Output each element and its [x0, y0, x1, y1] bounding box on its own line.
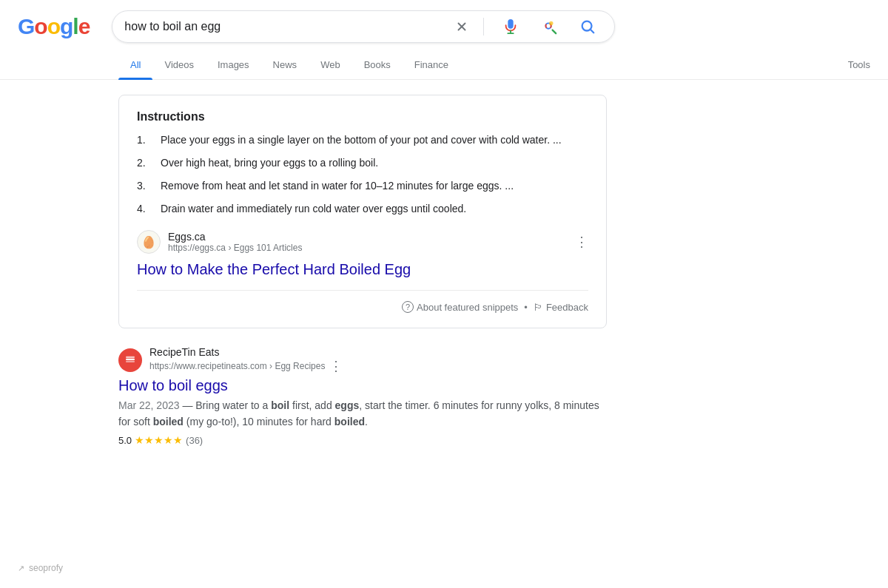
- tab-news[interactable]: News: [261, 50, 309, 79]
- search-icons: [452, 12, 602, 41]
- tab-videos[interactable]: Videos: [152, 50, 206, 79]
- bold-boiled-2: boiled: [334, 416, 365, 428]
- bold-boil: boil: [271, 399, 289, 411]
- list-item: 4. Drain water and immediately run cold …: [137, 201, 588, 217]
- logo-e: e: [78, 14, 90, 39]
- rating-number: 5.0: [118, 435, 132, 446]
- result-date: Mar 22, 2023: [118, 399, 180, 411]
- logo-o2: o: [47, 14, 60, 39]
- tab-all[interactable]: All: [118, 50, 152, 79]
- header: G o o g l e: [0, 0, 888, 50]
- lens-button[interactable]: [534, 12, 564, 41]
- footer-dot: •: [524, 302, 528, 313]
- about-featured-snippets-button[interactable]: ? About featured snippets: [402, 301, 518, 313]
- tab-web[interactable]: Web: [309, 50, 352, 79]
- lens-icon: [541, 18, 557, 35]
- site-url: https://eggs.ca › Eggs 101 Articles: [168, 243, 302, 253]
- svg-rect-11: [126, 359, 135, 360]
- options-button[interactable]: ⋮: [575, 234, 588, 250]
- google-logo[interactable]: G o o g l e: [18, 14, 90, 39]
- tab-books[interactable]: Books: [352, 50, 403, 79]
- tools-button[interactable]: Tools: [848, 59, 888, 70]
- watermark-arrow: ↗: [18, 564, 24, 573]
- tab-finance[interactable]: Finance: [403, 50, 460, 79]
- featured-result-link[interactable]: How to Make the Perfect Hard Boiled Egg: [137, 261, 588, 278]
- list-number: 3.: [137, 178, 152, 194]
- logo-g: G: [18, 14, 34, 39]
- review-count: (36): [186, 435, 203, 446]
- source-row: 🥚 Eggs.ca https://eggs.ca › Eggs 101 Art…: [137, 230, 588, 254]
- recipeTin-logo-icon: [121, 351, 139, 369]
- instructions-list: 1. Place your eggs in a single layer on …: [137, 132, 588, 217]
- eggs-favicon: 🥚: [137, 230, 161, 254]
- list-number: 1.: [137, 132, 152, 148]
- site-url-text: https://www.recipetineats.com › Egg Reci…: [149, 361, 325, 371]
- search-bar: [112, 10, 615, 43]
- result-rating: 5.0 ★★★★★ (36): [118, 434, 607, 446]
- result-title-link[interactable]: How to boil eggs: [118, 377, 607, 394]
- result-options-button[interactable]: ⋮: [329, 358, 343, 374]
- close-icon: [455, 20, 468, 33]
- bold-boiled-1: boiled: [153, 416, 184, 428]
- list-item: 2. Over high heat, bring your eggs to a …: [137, 155, 588, 171]
- result-site-name: RecipeTin Eats: [149, 346, 343, 358]
- featured-snippet: Instructions 1. Place your eggs in a sin…: [118, 95, 607, 328]
- watermark-label: seoprofy: [29, 563, 63, 573]
- result-meta-row: RecipeTin Eats https://www.recipetineats…: [118, 346, 607, 374]
- site-info: Eggs.ca https://eggs.ca › Eggs 101 Artic…: [168, 231, 302, 253]
- search-result-1: RecipeTin Eats https://www.recipetineats…: [118, 346, 607, 446]
- logo-o1: o: [34, 14, 47, 39]
- favicon-inner: [118, 348, 142, 372]
- question-icon: ?: [402, 301, 414, 313]
- watermark: ↗ seoprofy: [18, 563, 63, 573]
- svg-rect-13: [126, 361, 135, 362]
- divider: [483, 18, 484, 36]
- svg-rect-12: [126, 356, 135, 358]
- logo-g2: g: [60, 14, 73, 39]
- mic-icon: [502, 18, 519, 35]
- list-number: 4.: [137, 201, 152, 217]
- feedback-label: Feedback: [546, 302, 588, 313]
- list-number: 2.: [137, 155, 152, 171]
- instructions-title: Instructions: [137, 110, 588, 124]
- svg-line-9: [591, 30, 594, 33]
- feedback-button[interactable]: 🏳 Feedback: [534, 302, 588, 313]
- list-item: 1. Place your eggs in a single layer on …: [137, 132, 588, 148]
- result-site-url: https://www.recipetineats.com › Egg Reci…: [149, 358, 343, 374]
- mic-button[interactable]: [496, 12, 525, 41]
- list-text: Remove from heat and let stand in water …: [161, 178, 514, 194]
- result-description: Mar 22, 2023 — Bring water to a boil fir…: [118, 397, 607, 430]
- feedback-icon: 🏳: [534, 302, 543, 313]
- svg-line-7: [553, 30, 556, 34]
- list-item: 3. Remove from heat and let stand in wat…: [137, 178, 588, 194]
- list-text: Over high heat, bring your eggs to a rol…: [161, 155, 378, 171]
- result-site-info: RecipeTin Eats https://www.recipetineats…: [149, 346, 343, 374]
- star-rating: ★★★★★: [135, 434, 183, 446]
- nav-tabs: All Videos Images News Web Books Finance…: [0, 50, 888, 80]
- site-name: Eggs.ca: [168, 231, 302, 243]
- list-text: Drain water and immediately run cold wat…: [161, 201, 466, 217]
- about-label: About featured snippets: [417, 302, 518, 313]
- logo-l: l: [73, 14, 78, 39]
- snippet-footer: ? About featured snippets • 🏳 Feedback: [137, 290, 588, 313]
- search-icon: [579, 18, 596, 35]
- list-text: Place your eggs in a single layer on the…: [161, 132, 562, 148]
- recipeTin-favicon: [118, 348, 142, 372]
- favicon-emoji: 🥚: [141, 235, 156, 249]
- tab-images[interactable]: Images: [206, 50, 261, 79]
- bold-eggs: eggs: [335, 399, 360, 411]
- main-content: Instructions 1. Place your eggs in a sin…: [0, 80, 666, 461]
- search-input[interactable]: [124, 20, 446, 33]
- svg-point-6: [549, 21, 554, 26]
- clear-button[interactable]: [452, 20, 471, 33]
- search-button[interactable]: [573, 12, 602, 41]
